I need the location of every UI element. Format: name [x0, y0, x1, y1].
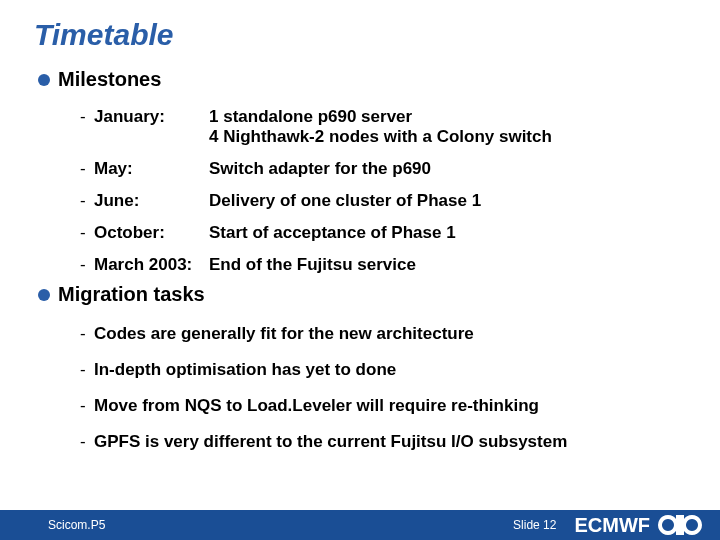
task-item: - In-depth optimisation has yet to done: [80, 352, 720, 388]
dash-icon: -: [80, 191, 94, 211]
milestones-list: - January: 1 standalone p690 server 4 Ni…: [38, 95, 720, 283]
milestone-item: - June: Delivery of one cluster of Phase…: [80, 185, 720, 217]
milestone-item: - March 2003: End of the Fujitsu service: [80, 249, 720, 281]
migration-list: - Codes are generally fit for the new ar…: [38, 310, 720, 462]
task-text: Move from NQS to Load.Leveler will requi…: [94, 396, 539, 416]
dash-icon: -: [80, 255, 94, 275]
dash-icon: -: [80, 324, 94, 344]
section-title-migration: Migration tasks: [58, 283, 205, 306]
task-text: Codes are generally fit for the new arch…: [94, 324, 474, 344]
dash-icon: -: [80, 159, 94, 179]
milestone-item: - May: Switch adapter for the p690: [80, 153, 720, 185]
footer: Scicom.P5 Slide 12 ECMWF: [0, 510, 720, 540]
slide-title: Timetable: [0, 0, 720, 68]
milestone-desc: End of the Fujitsu service: [209, 255, 416, 275]
bullet-icon: [38, 74, 50, 86]
milestone-label: June:: [94, 191, 209, 211]
milestone-desc: Switch adapter for the p690: [209, 159, 431, 179]
footer-left-text: Scicom.P5: [0, 518, 513, 532]
task-item: - GPFS is very different to the current …: [80, 424, 720, 460]
bullet-icon: [38, 289, 50, 301]
milestone-label: January:: [94, 107, 209, 127]
slide-content: Milestones - January: 1 standalone p690 …: [0, 68, 720, 462]
milestone-desc: Delivery of one cluster of Phase 1: [209, 191, 481, 211]
milestone-label: March 2003:: [94, 255, 209, 275]
task-text: GPFS is very different to the current Fu…: [94, 432, 567, 452]
section-milestones: Milestones: [38, 68, 720, 91]
milestone-desc: Start of acceptance of Phase 1: [209, 223, 456, 243]
section-migration: Migration tasks: [38, 283, 720, 306]
dash-icon: -: [80, 396, 94, 416]
dash-icon: -: [80, 107, 94, 127]
task-item: - Move from NQS to Load.Leveler will req…: [80, 388, 720, 424]
milestone-item: - January: 1 standalone p690 server 4 Ni…: [80, 101, 720, 153]
footer-brand-text: ECMWF: [574, 514, 656, 537]
task-text: In-depth optimisation has yet to done: [94, 360, 396, 380]
slide: Timetable Milestones - January: 1 standa…: [0, 0, 720, 540]
dash-icon: -: [80, 223, 94, 243]
task-item: - Codes are generally fit for the new ar…: [80, 316, 720, 352]
dash-icon: -: [80, 432, 94, 452]
milestone-desc: 1 standalone p690 server 4 Nighthawk-2 n…: [209, 107, 552, 147]
ecmwf-logo-icon: [656, 513, 720, 537]
dash-icon: -: [80, 360, 94, 380]
milestone-item: - October: Start of acceptance of Phase …: [80, 217, 720, 249]
section-title-milestones: Milestones: [58, 68, 161, 91]
footer-slide-number: Slide 12: [513, 518, 574, 532]
milestone-label: May:: [94, 159, 209, 179]
milestone-label: October:: [94, 223, 209, 243]
